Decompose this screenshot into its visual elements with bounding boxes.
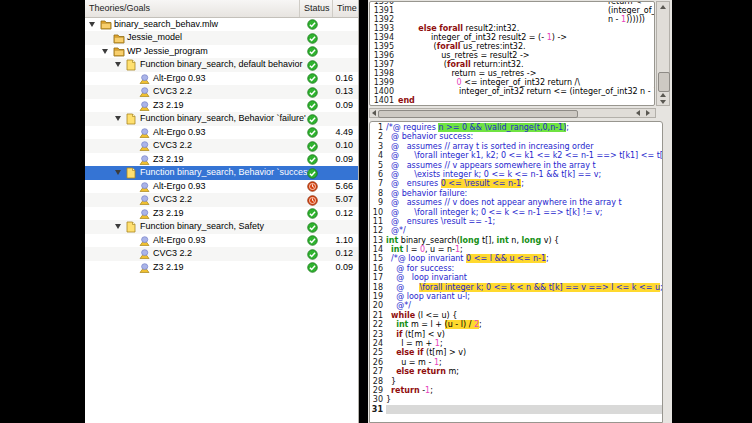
code-line: 10 @ \forall integer k; 0 <= k <= n-1 ==… <box>370 208 662 217</box>
code-text: } <box>386 395 662 404</box>
code-text: (forall us_retres:int32. <box>398 42 654 51</box>
prover-icon <box>139 247 150 261</box>
line-number: 16 <box>370 264 383 273</box>
scroll-up-icon[interactable] <box>660 5 666 9</box>
tree-row[interactable]: WP Jessie_program <box>85 45 358 59</box>
tree-row[interactable]: CVC3 2.20.12 <box>85 247 358 261</box>
code-text: @ ensures \result == -1; <box>386 217 662 226</box>
tree-row[interactable]: Alt-Ergo 0.931.10 <box>85 234 358 248</box>
folder-icon <box>113 45 125 59</box>
code-text: end <box>398 96 654 105</box>
time-value: 1.10 <box>321 234 353 248</box>
prover-icon <box>139 261 150 275</box>
tree-row-label: Function binary_search, Safety <box>140 220 264 234</box>
tree-row-label: Jessie_model <box>127 31 182 45</box>
tree-row[interactable]: CVC3 2.25.07 <box>85 193 358 207</box>
line-number: 1 <box>370 123 383 132</box>
why3-ide-window: Theories/Goals Status Time binary_search… <box>0 0 752 423</box>
code-text: (forall return:int32. <box>398 60 654 69</box>
code-text: if (t[m] < v) <box>386 330 662 339</box>
scroll-left-icon[interactable] <box>636 110 640 116</box>
line-number: 1394 <box>370 33 394 42</box>
line-number: 2 <box>370 132 383 141</box>
time-value <box>321 18 353 32</box>
tree-row[interactable]: Z3 2.190.09 <box>85 99 358 113</box>
tree-row[interactable]: CVC3 2.20.10 <box>85 139 358 153</box>
time-value: 0.09 <box>321 261 353 275</box>
tree-row[interactable]: binary_search_behav.mlw <box>85 18 358 32</box>
code-text: @ loop invariant <box>386 273 662 282</box>
code-line: 14 int l = 0, u = n-1; <box>370 245 662 254</box>
code-text: while (l <= u) { <box>386 311 662 320</box>
tree-row[interactable]: Z3 2.190.09 <box>85 153 358 167</box>
vertical-scroll-thumb[interactable] <box>658 72 670 92</box>
code-line: 5 @ assumes // v appears somewhere in th… <box>370 161 662 170</box>
code-line: 1393 else forall result2:int32. <box>370 24 654 33</box>
line-number: 23 <box>370 330 383 339</box>
tree-row[interactable]: Function binary_search, Behavior `failur… <box>85 112 358 126</box>
tree-row[interactable]: Jessie_model <box>85 31 358 45</box>
code-text: us_retres = result2 -> <box>398 51 654 60</box>
time-value <box>321 166 353 180</box>
line-number: 22 <box>370 320 383 329</box>
task-vertical-scrollbar[interactable] <box>656 1 670 106</box>
code-line: 20 @*/ <box>370 301 662 310</box>
code-text: @ \forall integer k; 0 <= k < n && t[k] … <box>386 283 662 292</box>
time-value <box>321 220 353 234</box>
line-number: 28 <box>370 377 383 386</box>
expander-triangle-icon[interactable] <box>89 22 95 27</box>
code-line: 3 @ assumes // array t is sorted in incr… <box>370 142 662 151</box>
code-text <box>386 405 662 414</box>
expander-triangle-icon[interactable] <box>115 224 121 229</box>
code-text: @ assumes // v appears somewhere in the … <box>386 161 662 170</box>
source-view-panel[interactable]: 1/*@ requires n >= 0 && \valid_range(t,0… <box>369 121 663 423</box>
code-text: l = m + 1; <box>386 339 662 348</box>
tree-row[interactable]: Z3 2.190.12 <box>85 207 358 221</box>
scroll-left-icon[interactable] <box>372 110 376 116</box>
line-number: 11 <box>370 217 383 226</box>
line-number: 9 <box>370 198 383 207</box>
expander-triangle-icon[interactable] <box>115 62 121 67</box>
horizontal-scroll-thumb[interactable] <box>378 110 578 118</box>
line-number: 21 <box>370 311 383 320</box>
expander-triangle-icon[interactable] <box>115 116 121 121</box>
line-number: 5 <box>370 161 383 170</box>
goal-icon <box>126 166 136 180</box>
line-number: 1392 <box>370 15 394 24</box>
tree-row[interactable]: Alt-Ergo 0.930.16 <box>85 72 358 86</box>
code-line: 28 } <box>370 377 662 386</box>
column-header-status[interactable]: Status <box>299 0 332 17</box>
tree-row[interactable]: CVC3 2.20.13 <box>85 85 358 99</box>
expander-triangle-icon[interactable] <box>115 170 121 175</box>
tree-row[interactable]: Z3 2.190.09 <box>85 261 358 275</box>
line-number: 15 <box>370 254 383 263</box>
tree-row[interactable]: Function binary_search, Behavior `succes… <box>85 166 358 180</box>
code-text: } <box>386 377 662 386</box>
prover-icon <box>139 153 150 167</box>
expander-triangle-icon[interactable] <box>102 49 108 54</box>
tree-row[interactable]: Function binary_search, Safety <box>85 220 358 234</box>
time-value <box>321 31 353 45</box>
column-header-time[interactable]: Time <box>332 0 358 17</box>
column-header-theories-goals[interactable]: Theories/Goals <box>85 0 299 17</box>
right-area: 1390return <1391(integer_of_int321392n -… <box>368 0 672 423</box>
line-number: 1397 <box>370 60 394 69</box>
tree-row[interactable]: Function binary_search, default behavior <box>85 58 358 72</box>
task-view-panel[interactable]: 1390return <1391(integer_of_int321392n -… <box>369 1 655 106</box>
tree-row[interactable]: Alt-Ergo 0.935.66 <box>85 180 358 194</box>
code-line: 8 @ behavior failure: <box>370 189 662 198</box>
code-line: 1400 integer_of_int32 return <= (integer… <box>370 87 654 96</box>
code-text: @ \forall integer k1, k2; 0 <= k1 <= k2 … <box>386 151 662 160</box>
line-number: 29 <box>370 386 383 395</box>
line-number: 18 <box>370 283 383 292</box>
task-horizontal-scrollbar[interactable] <box>369 108 656 118</box>
code-line: 27 else return m; <box>370 367 662 376</box>
scroll-down-icon[interactable] <box>660 100 666 104</box>
scroll-right-icon[interactable] <box>646 110 650 116</box>
line-number: 1391 <box>370 6 394 15</box>
scroll-up-icon[interactable] <box>660 93 666 97</box>
code-text: return -1; <box>386 386 662 395</box>
code-line: 11 @ ensures \result == -1; <box>370 217 662 226</box>
tree-row[interactable]: Alt-Ergo 0.934.49 <box>85 126 358 140</box>
time-value <box>321 112 353 126</box>
